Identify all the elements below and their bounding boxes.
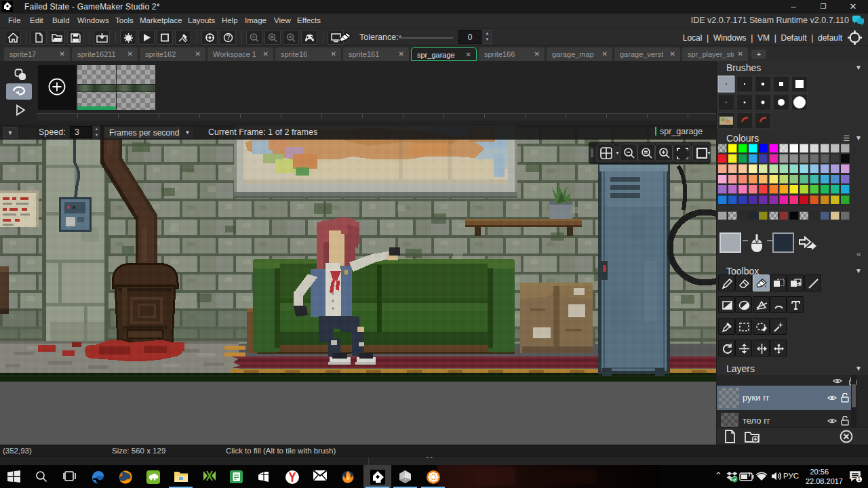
svg-text:?: ? bbox=[226, 34, 231, 41]
svg-text:1: 1 bbox=[857, 476, 861, 483]
